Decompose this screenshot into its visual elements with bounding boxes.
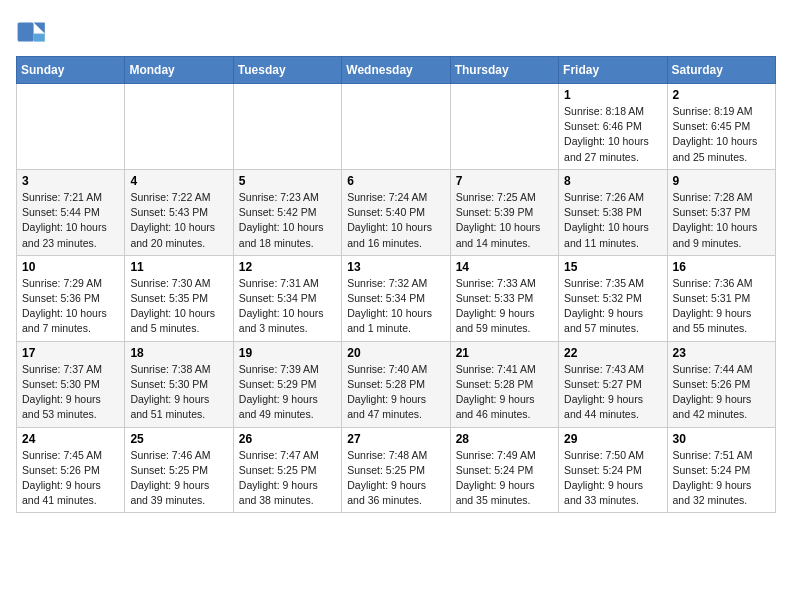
day-number: 29 [564, 432, 661, 446]
day-info: Sunrise: 7:22 AM Sunset: 5:43 PM Dayligh… [130, 190, 227, 251]
day-number: 19 [239, 346, 336, 360]
calendar-cell: 18Sunrise: 7:38 AM Sunset: 5:30 PM Dayli… [125, 341, 233, 427]
calendar-cell: 24Sunrise: 7:45 AM Sunset: 5:26 PM Dayli… [17, 427, 125, 513]
calendar-cell: 4Sunrise: 7:22 AM Sunset: 5:43 PM Daylig… [125, 169, 233, 255]
calendar-cell: 10Sunrise: 7:29 AM Sunset: 5:36 PM Dayli… [17, 255, 125, 341]
day-info: Sunrise: 7:44 AM Sunset: 5:26 PM Dayligh… [673, 362, 770, 423]
logo [16, 16, 52, 48]
day-number: 2 [673, 88, 770, 102]
day-number: 25 [130, 432, 227, 446]
day-info: Sunrise: 7:21 AM Sunset: 5:44 PM Dayligh… [22, 190, 119, 251]
day-number: 1 [564, 88, 661, 102]
calendar-cell: 28Sunrise: 7:49 AM Sunset: 5:24 PM Dayli… [450, 427, 558, 513]
weekday-header-wednesday: Wednesday [342, 57, 450, 84]
day-info: Sunrise: 7:26 AM Sunset: 5:38 PM Dayligh… [564, 190, 661, 251]
calendar-cell: 21Sunrise: 7:41 AM Sunset: 5:28 PM Dayli… [450, 341, 558, 427]
day-info: Sunrise: 7:49 AM Sunset: 5:24 PM Dayligh… [456, 448, 553, 509]
day-number: 16 [673, 260, 770, 274]
day-number: 30 [673, 432, 770, 446]
day-number: 22 [564, 346, 661, 360]
calendar-cell: 7Sunrise: 7:25 AM Sunset: 5:39 PM Daylig… [450, 169, 558, 255]
day-info: Sunrise: 7:30 AM Sunset: 5:35 PM Dayligh… [130, 276, 227, 337]
day-info: Sunrise: 7:51 AM Sunset: 5:24 PM Dayligh… [673, 448, 770, 509]
day-info: Sunrise: 7:48 AM Sunset: 5:25 PM Dayligh… [347, 448, 444, 509]
page-header [16, 16, 776, 48]
calendar-cell: 27Sunrise: 7:48 AM Sunset: 5:25 PM Dayli… [342, 427, 450, 513]
day-info: Sunrise: 7:31 AM Sunset: 5:34 PM Dayligh… [239, 276, 336, 337]
weekday-header-tuesday: Tuesday [233, 57, 341, 84]
day-number: 10 [22, 260, 119, 274]
calendar-cell [17, 84, 125, 170]
calendar-table: SundayMondayTuesdayWednesdayThursdayFrid… [16, 56, 776, 513]
weekday-header-monday: Monday [125, 57, 233, 84]
calendar-cell: 15Sunrise: 7:35 AM Sunset: 5:32 PM Dayli… [559, 255, 667, 341]
calendar-cell: 6Sunrise: 7:24 AM Sunset: 5:40 PM Daylig… [342, 169, 450, 255]
day-info: Sunrise: 7:38 AM Sunset: 5:30 PM Dayligh… [130, 362, 227, 423]
day-number: 12 [239, 260, 336, 274]
day-number: 13 [347, 260, 444, 274]
weekday-header-thursday: Thursday [450, 57, 558, 84]
day-info: Sunrise: 7:23 AM Sunset: 5:42 PM Dayligh… [239, 190, 336, 251]
svg-marker-2 [34, 34, 45, 42]
calendar-cell: 8Sunrise: 7:26 AM Sunset: 5:38 PM Daylig… [559, 169, 667, 255]
calendar-cell: 9Sunrise: 7:28 AM Sunset: 5:37 PM Daylig… [667, 169, 775, 255]
calendar-cell: 5Sunrise: 7:23 AM Sunset: 5:42 PM Daylig… [233, 169, 341, 255]
calendar-cell: 12Sunrise: 7:31 AM Sunset: 5:34 PM Dayli… [233, 255, 341, 341]
day-info: Sunrise: 7:32 AM Sunset: 5:34 PM Dayligh… [347, 276, 444, 337]
day-info: Sunrise: 8:18 AM Sunset: 6:46 PM Dayligh… [564, 104, 661, 165]
calendar-cell: 3Sunrise: 7:21 AM Sunset: 5:44 PM Daylig… [17, 169, 125, 255]
calendar-week-4: 17Sunrise: 7:37 AM Sunset: 5:30 PM Dayli… [17, 341, 776, 427]
day-number: 17 [22, 346, 119, 360]
day-number: 18 [130, 346, 227, 360]
day-info: Sunrise: 7:37 AM Sunset: 5:30 PM Dayligh… [22, 362, 119, 423]
day-number: 4 [130, 174, 227, 188]
calendar-cell [342, 84, 450, 170]
day-number: 7 [456, 174, 553, 188]
day-number: 11 [130, 260, 227, 274]
svg-marker-1 [34, 22, 45, 33]
svg-rect-0 [18, 22, 34, 41]
day-info: Sunrise: 7:43 AM Sunset: 5:27 PM Dayligh… [564, 362, 661, 423]
calendar-cell [450, 84, 558, 170]
day-number: 15 [564, 260, 661, 274]
day-number: 24 [22, 432, 119, 446]
day-info: Sunrise: 7:45 AM Sunset: 5:26 PM Dayligh… [22, 448, 119, 509]
weekday-header-sunday: Sunday [17, 57, 125, 84]
calendar-cell [233, 84, 341, 170]
day-number: 8 [564, 174, 661, 188]
calendar-cell: 30Sunrise: 7:51 AM Sunset: 5:24 PM Dayli… [667, 427, 775, 513]
day-info: Sunrise: 7:28 AM Sunset: 5:37 PM Dayligh… [673, 190, 770, 251]
day-info: Sunrise: 8:19 AM Sunset: 6:45 PM Dayligh… [673, 104, 770, 165]
day-number: 14 [456, 260, 553, 274]
day-info: Sunrise: 7:24 AM Sunset: 5:40 PM Dayligh… [347, 190, 444, 251]
day-number: 26 [239, 432, 336, 446]
day-info: Sunrise: 7:25 AM Sunset: 5:39 PM Dayligh… [456, 190, 553, 251]
calendar-week-1: 1Sunrise: 8:18 AM Sunset: 6:46 PM Daylig… [17, 84, 776, 170]
calendar-cell: 17Sunrise: 7:37 AM Sunset: 5:30 PM Dayli… [17, 341, 125, 427]
calendar-cell: 1Sunrise: 8:18 AM Sunset: 6:46 PM Daylig… [559, 84, 667, 170]
day-number: 3 [22, 174, 119, 188]
day-number: 20 [347, 346, 444, 360]
calendar-cell: 19Sunrise: 7:39 AM Sunset: 5:29 PM Dayli… [233, 341, 341, 427]
calendar-cell: 11Sunrise: 7:30 AM Sunset: 5:35 PM Dayli… [125, 255, 233, 341]
logo-icon [16, 16, 48, 48]
calendar-cell [125, 84, 233, 170]
calendar-cell: 16Sunrise: 7:36 AM Sunset: 5:31 PM Dayli… [667, 255, 775, 341]
day-number: 27 [347, 432, 444, 446]
day-info: Sunrise: 7:33 AM Sunset: 5:33 PM Dayligh… [456, 276, 553, 337]
calendar-week-5: 24Sunrise: 7:45 AM Sunset: 5:26 PM Dayli… [17, 427, 776, 513]
calendar-header-row: SundayMondayTuesdayWednesdayThursdayFrid… [17, 57, 776, 84]
day-info: Sunrise: 7:35 AM Sunset: 5:32 PM Dayligh… [564, 276, 661, 337]
calendar-cell: 23Sunrise: 7:44 AM Sunset: 5:26 PM Dayli… [667, 341, 775, 427]
calendar-cell: 26Sunrise: 7:47 AM Sunset: 5:25 PM Dayli… [233, 427, 341, 513]
day-info: Sunrise: 7:41 AM Sunset: 5:28 PM Dayligh… [456, 362, 553, 423]
weekday-header-saturday: Saturday [667, 57, 775, 84]
day-number: 21 [456, 346, 553, 360]
day-info: Sunrise: 7:29 AM Sunset: 5:36 PM Dayligh… [22, 276, 119, 337]
day-info: Sunrise: 7:46 AM Sunset: 5:25 PM Dayligh… [130, 448, 227, 509]
calendar-cell: 13Sunrise: 7:32 AM Sunset: 5:34 PM Dayli… [342, 255, 450, 341]
calendar-week-2: 3Sunrise: 7:21 AM Sunset: 5:44 PM Daylig… [17, 169, 776, 255]
weekday-header-friday: Friday [559, 57, 667, 84]
day-number: 9 [673, 174, 770, 188]
day-number: 28 [456, 432, 553, 446]
